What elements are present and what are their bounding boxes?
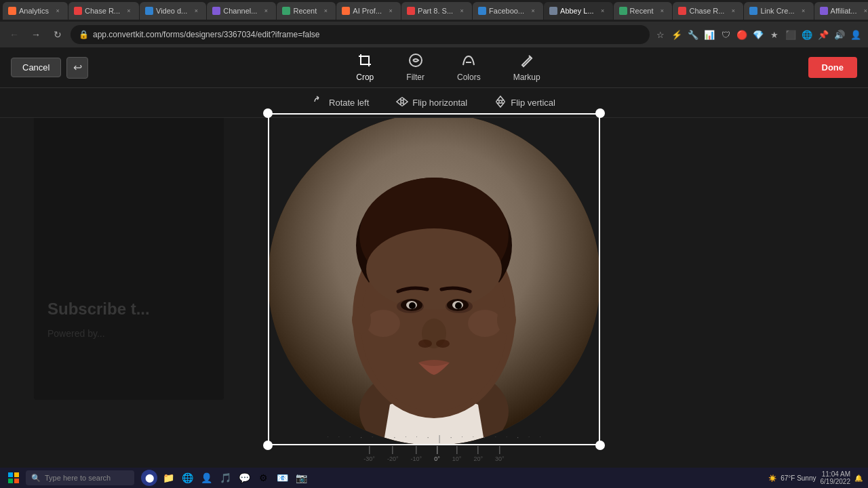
address-bar[interactable]: 🔒 app.convertkit.com/forms/designers/336… (71, 25, 650, 44)
flip-horizontal-label: Flip horizontal (412, 98, 467, 108)
tab-close-part8[interactable]: × (457, 6, 467, 16)
svg-point-24 (352, 306, 371, 333)
flip-horizontal-icon (396, 96, 408, 110)
handle-bottom-right[interactable] (595, 441, 605, 450)
tab-recent2[interactable]: Recent × (614, 2, 673, 20)
handle-top-left[interactable] (263, 108, 273, 118)
portrait-svg (268, 113, 600, 445)
svg-point-23 (468, 310, 502, 337)
ext-11[interactable]: 🔊 (833, 28, 846, 41)
ext-star[interactable]: ☆ (654, 28, 667, 41)
start-button[interactable] (5, 470, 22, 486)
ext-5[interactable]: 🔴 (735, 28, 749, 41)
ruler-mark-n10: -10° (411, 446, 422, 462)
tab-close-affiliate[interactable]: × (861, 6, 869, 16)
svg-rect-26 (8, 472, 13, 477)
tab-close-recent2[interactable]: × (657, 6, 667, 16)
ruler-mark-30: 30° (495, 446, 505, 462)
ext-4[interactable]: 🛡 (719, 28, 732, 41)
tab-recent1[interactable]: Recent × (277, 2, 336, 20)
taskbar-icon-mail[interactable]: 📧 (274, 470, 290, 486)
taskbar-icon-file-explorer[interactable]: 📁 (160, 470, 176, 486)
address-text: app.convertkit.com/forms/designers/33670… (93, 30, 642, 39)
main-toolbar: Cancel ↩ Crop (0, 47, 868, 88)
ext-9[interactable]: 🌐 (800, 28, 814, 41)
tab-close-ai[interactable]: × (386, 6, 395, 16)
flip-horizontal-button[interactable]: Flip horizontal (396, 96, 467, 110)
tab-close-video[interactable]: × (191, 6, 201, 16)
ext-8[interactable]: ⬛ (784, 28, 797, 41)
filter-tool[interactable]: Filter (401, 50, 430, 85)
taskbar-pinned-icons: ⬤ 📁 🌐 👤 🎵 💬 ⚙ 📧 📷 (141, 470, 309, 486)
tab-close-abbey[interactable]: × (598, 6, 608, 16)
ruler-mark-10: 10° (452, 446, 462, 462)
back-button[interactable]: ← (5, 26, 23, 43)
tab-affiliate[interactable]: Affiliat... × (814, 2, 868, 20)
favicon-recent2 (619, 7, 627, 15)
svg-point-18 (455, 302, 462, 309)
taskbar-icon-cortana[interactable]: ⬤ (141, 470, 157, 486)
crop-tool[interactable]: Crop (351, 50, 379, 85)
ext-1[interactable]: ⚡ (670, 28, 684, 41)
markup-tool[interactable]: Markup (508, 50, 546, 85)
history-button[interactable]: ↩ (66, 57, 88, 79)
ruler-tick (369, 446, 370, 454)
taskbar-icon-camera[interactable]: 📷 (293, 470, 309, 486)
handle-top-right[interactable] (595, 108, 605, 118)
ext-3[interactable]: 📊 (703, 28, 716, 41)
tab-close-channel[interactable]: × (261, 6, 271, 16)
ext-6[interactable]: 💎 (751, 28, 765, 41)
rotate-left-button[interactable]: Rotate left (313, 96, 369, 110)
flip-vertical-label: Flip vertical (511, 98, 555, 108)
tab-channel[interactable]: Channel... × (207, 2, 276, 20)
image-container[interactable] (268, 113, 600, 445)
svg-point-10 (366, 228, 502, 310)
tab-close-recent1[interactable]: × (321, 6, 330, 16)
notification-icon[interactable]: 🔔 (854, 474, 863, 482)
ruler-mark-20: 20° (473, 446, 483, 462)
tab-close-chase[interactable]: × (124, 6, 134, 16)
tab-close-facebook[interactable]: × (528, 6, 538, 16)
handle-bottom-left[interactable] (263, 441, 273, 450)
tab-close-analytics[interactable]: × (53, 6, 62, 16)
taskbar-icon-person[interactable]: 👤 (198, 470, 214, 486)
taskbar-icon-chrome[interactable]: 🌐 (179, 470, 195, 486)
ext-2[interactable]: 🔧 (686, 28, 700, 41)
ruler-tick (393, 446, 393, 454)
toolbar-right: Done (808, 57, 858, 78)
markup-icon (519, 53, 534, 70)
ext-10[interactable]: 📌 (816, 28, 830, 41)
tab-analytics[interactable]: Analytics × (3, 2, 68, 20)
tab-link[interactable]: Link Cre... × (744, 2, 813, 20)
forward-button[interactable]: → (27, 26, 45, 43)
tab-ai[interactable]: AI Prof... × (336, 2, 401, 20)
tab-video[interactable]: Video d... × (140, 2, 206, 20)
tab-chase[interactable]: Chase R... × (68, 2, 139, 20)
flip-vertical-button[interactable]: Flip vertical (494, 96, 555, 110)
ext-12[interactable]: 👤 (849, 28, 863, 41)
tab-close-chase2[interactable]: × (728, 6, 738, 16)
tab-abbey[interactable]: Abbey L... × (544, 2, 613, 20)
favicon-analytics (8, 7, 16, 15)
done-button[interactable]: Done (808, 57, 858, 78)
taskbar-icon-discord[interactable]: 💬 (236, 470, 252, 486)
filter-label: Filter (406, 73, 425, 82)
tab-bar: Analytics × Chase R... × Video d... × Ch… (0, 0, 868, 22)
favicon-abbey (549, 7, 557, 15)
colors-tool[interactable]: Colors (452, 50, 486, 85)
refresh-button[interactable]: ↻ (49, 26, 66, 43)
taskbar-icon-spotify[interactable]: 🎵 (217, 470, 233, 486)
favicon-chase2 (678, 7, 686, 15)
tab-part8[interactable]: Part 8. S... × (401, 2, 472, 20)
tab-facebook[interactable]: Faceboo... × (473, 2, 543, 20)
taskbar-icon-settings[interactable]: ⚙ (255, 470, 271, 486)
ext-7[interactable]: ★ (768, 28, 781, 41)
crop-label: Crop (356, 73, 374, 82)
tab-close-link[interactable]: × (799, 6, 808, 16)
svg-point-20 (418, 340, 432, 348)
cancel-button[interactable]: Cancel (11, 58, 61, 77)
taskbar-search[interactable]: 🔍 Type here to search (26, 470, 134, 485)
crop-icon (357, 53, 372, 70)
ruler-mark-n20: -20° (387, 446, 399, 462)
tab-chase2[interactable]: Chase R... × (673, 2, 743, 20)
